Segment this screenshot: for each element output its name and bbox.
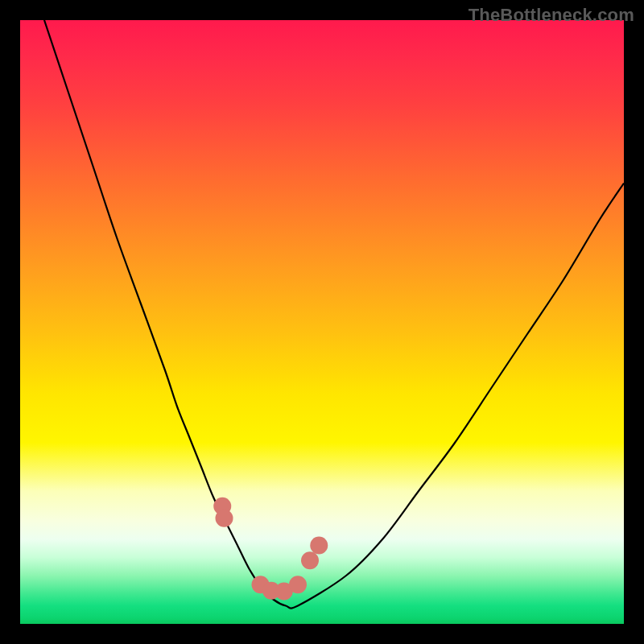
marker-dot [301, 551, 319, 569]
marker-dot [310, 537, 328, 555]
marker-dot [216, 510, 233, 527]
marker-dot [289, 576, 307, 593]
curve-markers [20, 20, 624, 624]
watermark-text: TheBottleneck.com [469, 5, 634, 26]
chart-frame [20, 20, 624, 624]
